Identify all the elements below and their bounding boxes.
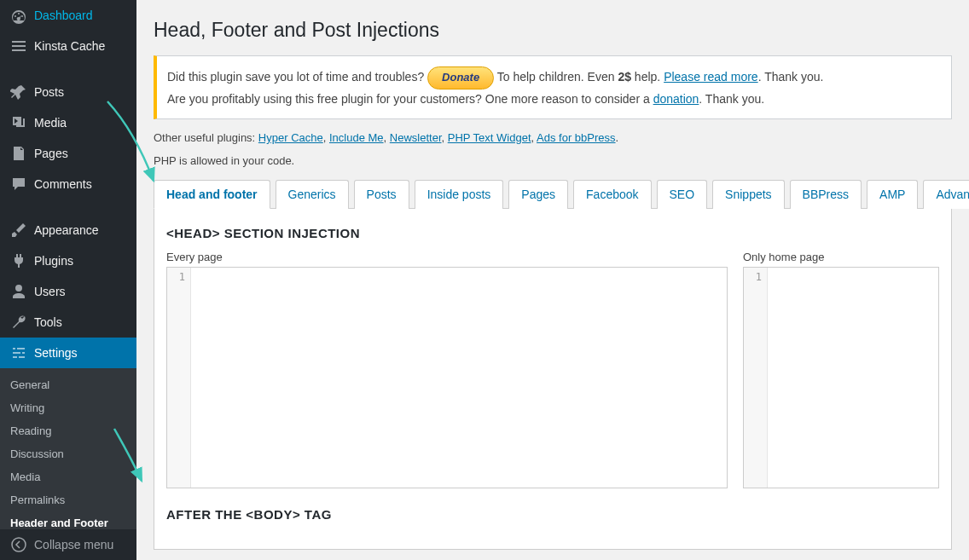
- plug-icon: [10, 252, 27, 269]
- tab-head-footer[interactable]: Head and footer: [154, 180, 270, 209]
- sliders-icon: [10, 344, 27, 361]
- sidebar-label: Pages: [34, 147, 68, 160]
- sidebar-label: Users: [34, 285, 66, 298]
- notice-text-1: Did this plugin save you lot of time and…: [167, 70, 424, 84]
- submenu-discussion[interactable]: Discussion: [0, 442, 136, 465]
- wrench-icon: [10, 314, 27, 331]
- submenu-general[interactable]: General: [0, 373, 136, 396]
- submenu-writing[interactable]: Writing: [0, 396, 136, 419]
- link-php-text-widget[interactable]: PHP Text Widget: [448, 131, 531, 144]
- submenu-reading[interactable]: Reading: [0, 419, 136, 442]
- notice-amount: 2$: [618, 70, 631, 84]
- page-title: Head, Footer and Post Injections: [154, 19, 952, 42]
- sidebar-item-kinsta-cache[interactable]: Kinsta Cache: [0, 31, 136, 61]
- comment-icon: [10, 176, 27, 193]
- sidebar-label: Plugins: [34, 254, 73, 268]
- dashboard-icon: [10, 7, 27, 24]
- svg-point-0: [12, 538, 26, 551]
- donation-notice: Did this plugin save you lot of time and…: [154, 55, 952, 119]
- tab-posts[interactable]: Posts: [354, 180, 409, 209]
- collapse-icon: [10, 536, 27, 553]
- editor-home-page: 1: [743, 267, 939, 488]
- sidebar-item-dashboard[interactable]: Dashboard: [0, 0, 136, 31]
- sidebar-item-comments[interactable]: Comments: [0, 169, 136, 199]
- tab-amp[interactable]: AMP: [867, 180, 918, 209]
- sidebar-item-appearance[interactable]: Appearance: [0, 215, 136, 245]
- submenu-permalinks[interactable]: Permalinks: [0, 488, 136, 511]
- editor-every-page: 1: [166, 267, 728, 488]
- sidebar-item-tools[interactable]: Tools: [0, 307, 136, 338]
- tab-facebook[interactable]: Facebook: [573, 180, 651, 209]
- sidebar-item-users[interactable]: Users: [0, 276, 136, 307]
- admin-sidebar: Dashboard Kinsta Cache Posts Media Pages…: [0, 0, 136, 560]
- gutter: 1: [167, 268, 191, 488]
- label-home-page: Only home page: [743, 251, 939, 263]
- other-plugins-row: Other useful plugins: Hyper Cache, Inclu…: [154, 131, 952, 144]
- other-plugins-label: Other useful plugins:: [154, 131, 258, 144]
- user-icon: [10, 283, 27, 300]
- section-head-injection: <HEAD> SECTION INJECTION: [166, 226, 939, 240]
- main-content: Head, Footer and Post Injections Did thi…: [136, 0, 969, 560]
- label-every-page: Every page: [166, 251, 728, 263]
- media-icon: [10, 114, 27, 131]
- sidebar-item-posts[interactable]: Posts: [0, 77, 136, 107]
- tab-snippets[interactable]: Snippets: [712, 180, 784, 209]
- editor-home-page-col: Only home page 1: [743, 251, 939, 488]
- sidebar-label: Dashboard: [34, 9, 93, 22]
- donate-button[interactable]: Donate: [427, 66, 494, 89]
- link-ads-bbpress[interactable]: Ads for bbPress: [537, 131, 616, 144]
- notice-line2b: . Thank you.: [699, 92, 764, 106]
- sidebar-label: Appearance: [34, 223, 99, 237]
- php-note: PHP is allowed in your code.: [154, 154, 952, 167]
- read-more-link[interactable]: Please read more: [664, 70, 758, 84]
- code-input-every-page[interactable]: [191, 268, 727, 488]
- notice-thanks: . Thank you.: [758, 70, 824, 84]
- collapse-menu[interactable]: Collapse menu: [0, 528, 136, 560]
- sidebar-label: Kinsta Cache: [34, 39, 105, 53]
- editors-row: Every page 1 Only home page 1: [166, 251, 939, 488]
- code-input-home-page[interactable]: [768, 268, 938, 488]
- notice-line2a: Are you profitably using this free plugi…: [167, 92, 653, 106]
- sidebar-item-media[interactable]: Media: [0, 107, 136, 138]
- section-after-body: AFTER THE <BODY> TAG: [166, 507, 939, 522]
- settings-submenu: General Writing Reading Discussion Media…: [0, 368, 136, 540]
- tab-panel-head-footer: <HEAD> SECTION INJECTION Every page 1 On…: [154, 209, 952, 550]
- sidebar-item-plugins[interactable]: Plugins: [0, 245, 136, 276]
- sidebar-item-settings[interactable]: Settings: [0, 338, 136, 368]
- notice-text-3: help.: [631, 70, 664, 84]
- submenu-media[interactable]: Media: [0, 465, 136, 488]
- menu-icon: [10, 38, 27, 55]
- sidebar-label: Settings: [34, 346, 78, 360]
- sidebar-label: Media: [34, 116, 67, 130]
- sidebar-label: Comments: [34, 177, 92, 191]
- collapse-label: Collapse menu: [34, 538, 113, 551]
- tab-inside-posts[interactable]: Inside posts: [415, 180, 504, 209]
- tab-seo[interactable]: SEO: [657, 180, 708, 209]
- link-newsletter[interactable]: Newsletter: [390, 131, 442, 144]
- editor-every-page-col: Every page 1: [166, 251, 728, 488]
- page-icon: [10, 145, 27, 162]
- link-hyper-cache[interactable]: Hyper Cache: [258, 131, 323, 144]
- tab-pages[interactable]: Pages: [508, 180, 568, 209]
- tab-advanced[interactable]: Advanced: [923, 180, 969, 209]
- tabs-nav: Head and footer Generics Posts Inside po…: [154, 179, 952, 209]
- notice-text-2: To help children. Even: [497, 70, 618, 84]
- sidebar-label: Tools: [34, 315, 62, 329]
- gutter: 1: [744, 268, 768, 488]
- tab-generics[interactable]: Generics: [276, 180, 349, 209]
- sidebar-label: Posts: [34, 85, 64, 99]
- sidebar-item-pages[interactable]: Pages: [0, 138, 136, 169]
- link-include-me[interactable]: Include Me: [329, 131, 384, 144]
- donation-link[interactable]: donation: [653, 92, 699, 106]
- brush-icon: [10, 222, 27, 239]
- pin-icon: [10, 84, 27, 101]
- tab-bbpress[interactable]: BBPress: [790, 180, 862, 209]
